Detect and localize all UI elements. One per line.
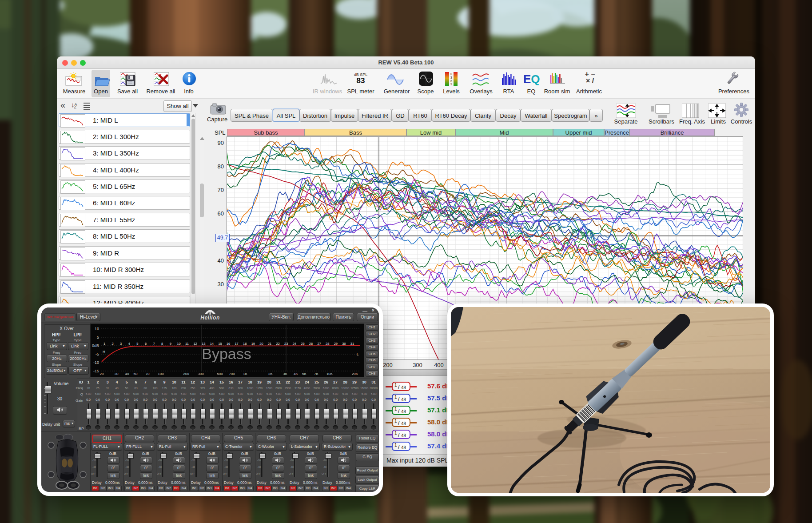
- svg-text:-15: -15: [93, 369, 99, 373]
- svg-text:12: 12: [193, 342, 197, 346]
- svg-text:2: 2: [112, 342, 114, 346]
- svg-text:6: 6: [145, 342, 147, 346]
- svg-text:H: H: [103, 350, 105, 354]
- svg-text:8: 8: [161, 342, 163, 346]
- svg-text:22: 22: [276, 342, 279, 346]
- svg-text:6: 6: [450, 80, 452, 83]
- svg-text:4K: 4K: [294, 372, 298, 376]
- svg-text:27: 27: [317, 342, 321, 346]
- svg-text:1K: 1K: [243, 372, 247, 376]
- svg-text:20: 20: [100, 372, 104, 376]
- svg-text:2K: 2K: [268, 372, 273, 376]
- svg-text:-10: -10: [93, 360, 99, 365]
- svg-text:29: 29: [334, 342, 338, 346]
- svg-text:21: 21: [268, 342, 271, 346]
- svg-text:5K: 5K: [302, 372, 306, 376]
- svg-text:23: 23: [284, 342, 288, 346]
- svg-text:9: 9: [170, 342, 171, 346]
- svg-text:4: 4: [128, 342, 130, 346]
- svg-text:25: 25: [301, 342, 304, 346]
- svg-text:500: 500: [217, 372, 223, 376]
- svg-text:700: 700: [229, 372, 235, 376]
- svg-text:9: 9: [450, 83, 452, 86]
- svg-text:28: 28: [326, 342, 329, 346]
- svg-text:24: 24: [293, 342, 296, 346]
- svg-text:-5: -5: [96, 352, 99, 356]
- svg-text:10: 10: [95, 327, 99, 331]
- svg-text:0: 0: [450, 72, 452, 76]
- svg-text:7: 7: [153, 342, 155, 346]
- svg-text:30: 30: [115, 372, 119, 376]
- svg-text:5: 5: [97, 335, 99, 339]
- svg-text:30: 30: [342, 342, 346, 346]
- svg-text:3: 3: [120, 342, 122, 346]
- svg-text:10K: 10K: [326, 372, 333, 376]
- svg-text:70: 70: [146, 372, 150, 376]
- svg-text:7K: 7K: [314, 372, 318, 376]
- svg-text:50: 50: [134, 372, 138, 376]
- svg-text:20: 20: [259, 342, 263, 346]
- svg-text:L: L: [357, 352, 359, 356]
- svg-text:5: 5: [136, 342, 138, 346]
- svg-text:20K: 20K: [352, 372, 358, 376]
- svg-text:26: 26: [309, 342, 313, 346]
- svg-text:Bypass: Bypass: [202, 345, 251, 362]
- svg-text:31: 31: [350, 342, 354, 346]
- svg-text:0dB: 0dB: [92, 343, 99, 348]
- svg-text:100: 100: [158, 372, 164, 376]
- svg-text:11: 11: [185, 342, 189, 346]
- svg-text:10: 10: [177, 342, 180, 346]
- svg-text:300: 300: [198, 372, 204, 376]
- svg-text:40: 40: [125, 372, 129, 376]
- svg-text:3K: 3K: [283, 372, 287, 376]
- svg-text:3: 3: [450, 76, 452, 79]
- svg-text:19: 19: [251, 342, 255, 346]
- svg-text:1: 1: [103, 342, 105, 346]
- svg-text:200: 200: [183, 372, 189, 376]
